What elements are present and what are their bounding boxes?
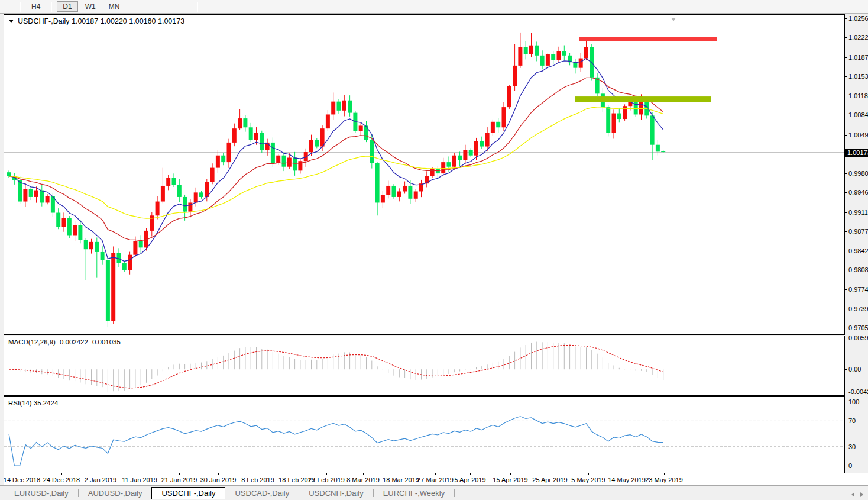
current-price-badge: 1.00173: [844, 149, 868, 157]
macd-tick-label: 0.00597: [848, 334, 868, 341]
date-tick: [326, 473, 327, 475]
tab-usdcnh-daily[interactable]: USDCNH-,Daily: [300, 488, 371, 499]
date-tick: [22, 473, 22, 475]
axis-tick: [845, 231, 847, 232]
price-tick-label: 0.97740: [848, 286, 868, 293]
candlestick-chart-canvas[interactable]: [4, 15, 844, 334]
axis-tick: [845, 18, 847, 19]
price-tick-label: 0.97050: [848, 324, 868, 331]
chart-title: USDCHF-,Daily 1.00187 1.00220 1.00160 1.…: [9, 17, 184, 25]
tab-usdchf-daily[interactable]: USDCHF-,Daily: [151, 487, 225, 499]
price-tick-label: 0.98080: [848, 266, 868, 273]
date-tick: [401, 473, 401, 475]
axis-tick: [845, 192, 847, 193]
tab-audusd-daily[interactable]: AUDUSD-,Daily: [80, 488, 151, 499]
date-tick: [550, 473, 550, 475]
timeframe-toolbar: H4 D1 W1 MN: [0, 0, 868, 14]
axis-tick: [845, 328, 847, 328]
rsi-label: RSI(14) 35.2424: [8, 399, 58, 407]
axis-tick: [845, 212, 847, 213]
rsi-tick-label: 100: [848, 398, 859, 405]
toolbar-separator: [51, 2, 52, 12]
axis-tick: [845, 96, 847, 96]
date-tick: [140, 473, 140, 475]
tab-eurusd-daily[interactable]: EURUSD-,Daily: [6, 488, 77, 499]
axis-tick: [845, 173, 847, 174]
date-tick: [588, 473, 589, 475]
symbol-dropdown-icon[interactable]: [9, 20, 14, 23]
timeframe-h4-button[interactable]: H4: [25, 1, 46, 12]
price-tick-label: 1.01180: [848, 92, 868, 99]
date-axis[interactable]: 14 Dec 201824 Dec 20182 Jan 201911 Jan 2…: [4, 473, 868, 485]
rsi-chart-canvas[interactable]: [4, 397, 844, 473]
macd-panel[interactable]: MACD(12,26,9) -0.002422 -0.001035: [4, 336, 845, 396]
price-tick-label: 0.99800: [848, 170, 868, 177]
axis-tick: [845, 289, 847, 290]
axis-tick: [845, 338, 847, 338]
axis-tick: [845, 57, 847, 58]
axis-tick: [845, 251, 847, 251]
rsi-current-value: 35.2424: [34, 399, 59, 407]
macd-current-values: -0.002422 -0.001035: [57, 338, 121, 346]
rsi-tick-label: 70: [848, 417, 856, 424]
timeframe-mn-button[interactable]: MN: [103, 1, 126, 12]
date-tick: [470, 473, 471, 475]
toolbar-separator: [197, 2, 198, 12]
macd-tick-label: -0.004243: [848, 388, 868, 395]
price-tick-label: 1.01870: [848, 54, 868, 61]
axis-tick: [845, 421, 847, 421]
price-tick-label: 1.02560: [848, 15, 868, 22]
macd-label: MACD(12,26,9) -0.002422 -0.001035: [8, 338, 121, 346]
price-tick-label: 0.97390: [848, 305, 868, 312]
timeframe-d1-button[interactable]: D1: [57, 1, 77, 12]
main-price-panel[interactable]: USDCHF-,Daily 1.00187 1.00220 1.00160 1.…: [4, 14, 845, 335]
date-tick: [363, 473, 364, 475]
chart-ohlc-values: 1.00187 1.00220 1.00160 1.00173: [72, 17, 184, 25]
scroll-to-end-icon[interactable]: [671, 18, 676, 21]
date-tick: [510, 473, 511, 475]
axis-tick: [845, 392, 847, 392]
tab-eurchf-weekly[interactable]: EURCHF-,Weekly: [375, 488, 454, 499]
axis-tick: [845, 76, 847, 77]
axis-tick: [845, 270, 847, 270]
date-tick: [297, 473, 297, 475]
rsi-tick-label: 0: [848, 462, 852, 469]
axis-tick: [845, 466, 847, 466]
mt4-chart-window: { "toolbar": { "buttons": [ {"label": "H…: [0, 0, 868, 500]
date-tick: [627, 473, 627, 475]
date-tick: [101, 473, 101, 475]
tab-separator: [78, 489, 79, 497]
price-tick-label: 1.00840: [848, 111, 868, 118]
tab-separator: [299, 489, 299, 497]
macd-chart-canvas[interactable]: [4, 336, 844, 395]
tab-separator: [373, 489, 374, 497]
tab-scroll-left-icon[interactable]: [851, 492, 854, 497]
tab-usdcad-daily[interactable]: USDCAD-,Daily: [226, 488, 297, 499]
date-tick: [435, 473, 436, 475]
price-tick-label: 0.99460: [848, 189, 868, 196]
price-tick-label: 0.98770: [848, 228, 868, 235]
price-tick-label: 1.01530: [848, 73, 868, 80]
date-tick: [664, 473, 665, 475]
chart-symbol-label: USDCHF-,Daily: [18, 17, 70, 25]
axis-tick: [845, 402, 847, 402]
tab-separator: [454, 489, 455, 497]
price-tick-label: 0.99110: [848, 209, 868, 216]
axis-tick: [845, 447, 847, 447]
axis-tick: [845, 135, 847, 136]
axis-tick: [845, 115, 847, 115]
axis-tick: [845, 37, 847, 38]
axis-tick: [845, 369, 847, 370]
date-tick: [218, 473, 219, 475]
tab-scroll-right-icon[interactable]: [860, 492, 863, 497]
chart-tab-bar: EURUSD-,Daily AUDUSD-,Daily USDCHF-,Dail…: [0, 485, 868, 500]
timeframe-w1-button[interactable]: W1: [79, 1, 102, 12]
price-tick-label: 0.98420: [848, 247, 868, 254]
rsi-panel[interactable]: RSI(14) 35.2424: [4, 396, 845, 473]
date-label: 23 May 2019: [637, 476, 691, 483]
price-axis[interactable]: 1.00173 1.025601.022201.018701.015301.01…: [845, 14, 868, 486]
toolbar-separator: [20, 2, 21, 12]
date-tick: [61, 473, 62, 475]
axis-tick: [845, 309, 847, 309]
rsi-tick-label: 30: [848, 443, 856, 450]
